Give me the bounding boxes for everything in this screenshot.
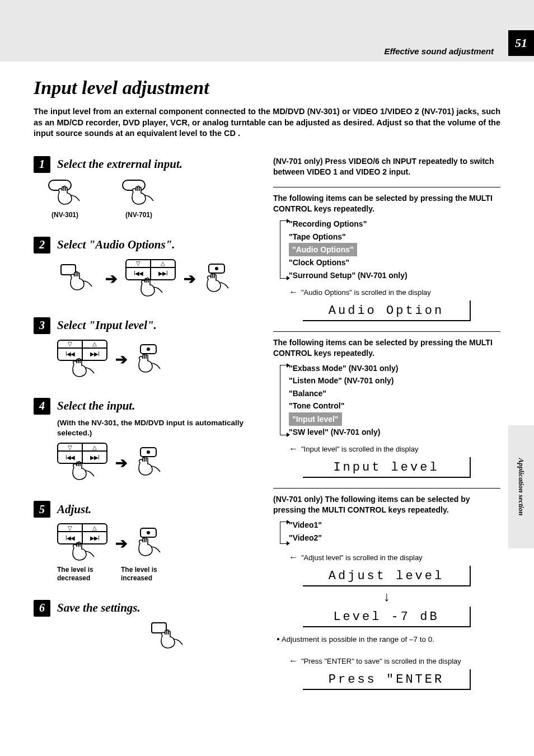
multi-control-icon: ▽△ I◀◀▶▶I <box>125 259 176 280</box>
step-1: 1 Select the extrernal input. (NV-301) <box>34 156 257 219</box>
page-number: 51 <box>508 30 534 56</box>
lcd-display: Audio Option <box>303 300 471 321</box>
scroll-note: ← "Input level" is scrolled in the displ… <box>289 444 500 454</box>
scroll-note: ← "Adjust level" is scrolled in the disp… <box>289 552 500 562</box>
list-item: "Tape Options" <box>289 231 500 243</box>
arrow-left-icon: ← <box>289 287 298 297</box>
divider <box>273 488 500 489</box>
arrow-right-icon: ➔ <box>115 454 128 472</box>
arrow-left-icon: ← <box>289 552 298 562</box>
arrow-right-icon: ➔ <box>184 270 196 288</box>
range-note: Adjustment is possible in the range of –… <box>277 635 500 644</box>
lcd-display: Level -7 dB <box>303 607 471 627</box>
step-number-3: 3 <box>34 317 50 334</box>
lcd-display: Input level <box>303 457 471 478</box>
group3-intro: (NV-701 only) The following items can be… <box>273 494 500 515</box>
step-3: 3 Select "Input level". ▽△ I◀◀▶▶I ➔ <box>34 317 257 380</box>
arrow-down-icon: ↓ <box>273 589 500 604</box>
press-button-icon <box>148 622 188 652</box>
step-4: 4 Select the input. (With the NV-301, th… <box>34 398 257 483</box>
multi-control-icon: ▽△ I◀◀▶▶I <box>57 523 107 544</box>
decrease-label: The level is decreased <box>57 566 107 582</box>
side-tab-label: Application section <box>517 458 526 516</box>
list-item: "Listen Mode" (NV-701 only) <box>289 374 500 387</box>
scroll-note: ← "Audio Options" is scrolled in the dis… <box>289 287 500 297</box>
step-title-2: Select "Audio Options". <box>57 238 175 252</box>
step-5: 5 Adjust. ▽△ I◀◀▶▶I ➔ <box>34 501 257 582</box>
divider <box>273 331 500 332</box>
page-header-band: Effective sound adjustment 51 <box>0 0 534 62</box>
list-item: "Audio Options" <box>289 243 500 256</box>
model-label-a: (NV-301) <box>45 211 85 219</box>
step-title-1: Select the extrernal input. <box>57 157 182 171</box>
increase-label: The level is increased <box>121 566 171 582</box>
list-item: "Surround Setup" (NV-701 only) <box>289 269 500 281</box>
page-title: Input level adjustment <box>34 77 500 98</box>
list-item: "Clock Options" <box>289 256 500 269</box>
list-item: "Exbass Mode" (NV-301 only) <box>289 362 500 374</box>
nv701-note: (NV-701 only) Press VIDEO/6 ch INPUT rep… <box>273 156 500 177</box>
group1-intro: The following items can be selected by p… <box>273 193 500 214</box>
intro-paragraph: The input level from an external compone… <box>34 106 500 139</box>
press-button-icon <box>45 179 85 209</box>
step-2: 2 Select "Audio Options". ➔ ▽△ I◀◀▶▶I <box>34 237 257 299</box>
group1-list: "Recording Options" "Tape Options" "Audi… <box>289 218 500 281</box>
lcd-display: Adjust level <box>303 566 471 586</box>
step-number-2: 2 <box>34 237 50 253</box>
group3-list: "Video1" "Video2" <box>289 519 500 547</box>
list-item: "Video1" <box>289 519 500 531</box>
arrow-left-icon: ← <box>289 656 298 666</box>
section-header: Effective sound adjustment <box>384 46 494 56</box>
step-subtext-4: (With the NV-301, the MD/DVD input is au… <box>57 418 257 438</box>
side-tab: Application section <box>508 425 534 548</box>
step-title-3: Select "Input level". <box>57 318 157 332</box>
step-6: 6 Save the settings. <box>34 600 257 652</box>
group2-list: "Exbass Mode" (NV-301 only) "Listen Mode… <box>289 362 500 438</box>
step-number-1: 1 <box>34 156 50 173</box>
press-button-icon <box>119 179 159 209</box>
lcd-display: Press "ENTER <box>303 669 471 690</box>
list-item: "Recording Options" <box>289 218 500 230</box>
step-title-5: Adjust. <box>57 503 91 516</box>
multi-control-icon: ▽△ I◀◀▶▶I <box>57 340 107 361</box>
divider <box>273 187 500 187</box>
group2-intro: The following items can be selected by p… <box>273 337 500 359</box>
step-number-4: 4 <box>34 398 50 415</box>
list-item: "Tone Control" <box>289 400 500 412</box>
multi-control-icon: ▽△ I◀◀▶▶I <box>57 443 107 464</box>
step-title-4: Select the input. <box>57 399 135 413</box>
press-button-icon <box>57 264 97 294</box>
step-number-6: 6 <box>34 600 50 617</box>
arrow-right-icon: ➔ <box>115 535 128 552</box>
model-label-b: (NV-701) <box>119 211 159 219</box>
step-number-5: 5 <box>34 501 50 518</box>
step-title-6: Save the settings. <box>57 601 140 615</box>
scroll-note: ← "Press "ENTER" to save" is scrolled in… <box>289 656 500 666</box>
arrow-right-icon: ➔ <box>105 270 118 288</box>
arrow-right-icon: ➔ <box>115 351 128 368</box>
list-item: "Video2" <box>289 532 500 544</box>
arrow-left-icon: ← <box>289 444 298 454</box>
list-item: "Balance" <box>289 387 500 400</box>
list-item: "SW level" (NV-701 only) <box>289 426 500 438</box>
list-item: "Input level" <box>289 412 500 426</box>
